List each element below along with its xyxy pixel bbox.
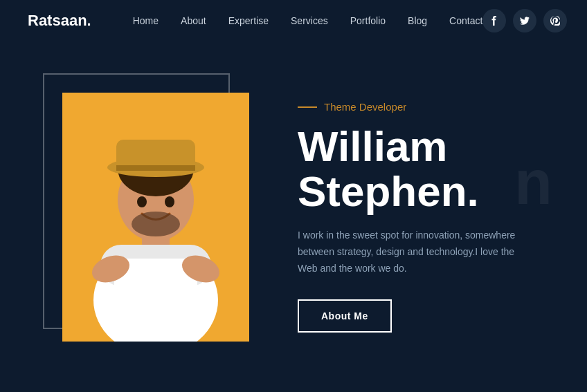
right-content: Theme Developer William Stephen. n I wor… <box>298 101 545 333</box>
main-content: Theme Developer William Stephen. n I wor… <box>0 41 587 392</box>
social-icons <box>482 9 567 32</box>
svg-point-11 <box>132 212 180 236</box>
hero-last-name-wrapper: Stephen. n <box>298 169 545 214</box>
nav-item-portfolio[interactable]: Portfolio <box>350 15 386 27</box>
nav-item-home[interactable]: Home <box>133 15 159 27</box>
nav-links: Home About Expertise Services Portfolio … <box>133 15 483 27</box>
about-me-button[interactable]: About Me <box>298 299 392 333</box>
hero-first-name: William <box>298 124 545 169</box>
nav-item-services[interactable]: Services <box>291 15 328 27</box>
twitter-icon[interactable] <box>513 9 536 32</box>
site-logo[interactable]: Ratsaan. <box>28 12 91 30</box>
nav-item-expertise[interactable]: Expertise <box>228 15 269 27</box>
svg-rect-8 <box>116 165 195 171</box>
portrait-image <box>62 93 249 342</box>
svg-point-9 <box>137 196 147 207</box>
svg-point-10 <box>165 196 174 207</box>
hero-description: I work in the sweet spot for innovation,… <box>298 227 519 277</box>
role-line: Theme Developer <box>298 101 545 113</box>
facebook-icon[interactable] <box>482 9 506 32</box>
role-dash <box>298 106 317 108</box>
nav-item-about[interactable]: About <box>181 15 206 27</box>
nav-item-contact[interactable]: Contact <box>449 15 482 27</box>
pinterest-icon[interactable] <box>543 9 567 32</box>
navbar: Ratsaan. Home About Expertise Services P… <box>0 0 587 41</box>
nav-item-blog[interactable]: Blog <box>408 15 427 27</box>
role-text: Theme Developer <box>324 101 406 113</box>
person-svg <box>62 93 249 342</box>
hero-name: William Stephen. n <box>298 124 545 214</box>
portrait-wrapper <box>55 86 256 348</box>
hero-last-name: Stephen. <box>298 167 479 215</box>
